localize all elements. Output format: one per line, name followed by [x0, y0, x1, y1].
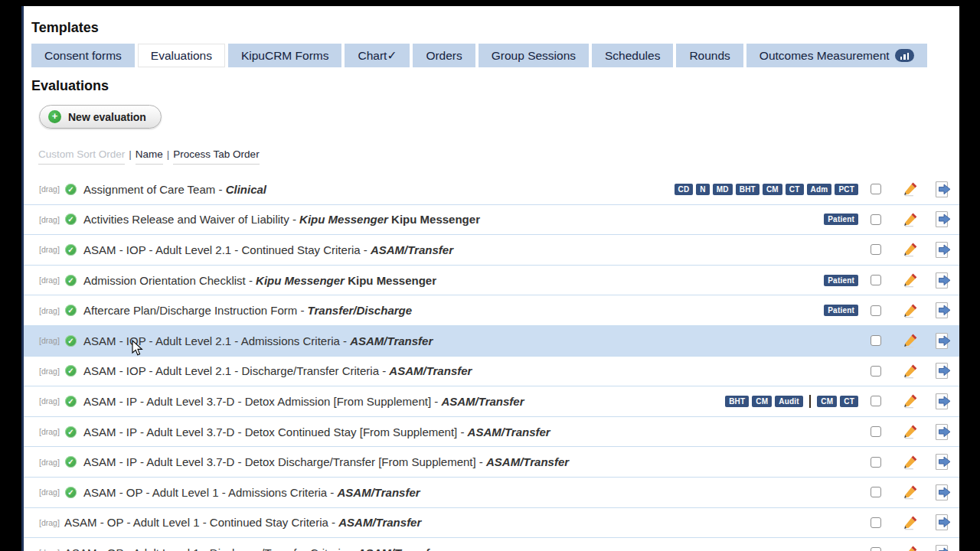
- edit-pencil-icon[interactable]: [903, 333, 918, 348]
- tab-label: Chart✓: [358, 48, 397, 63]
- role-badge: Audit: [775, 396, 803, 407]
- edit-pencil-icon[interactable]: [903, 242, 918, 257]
- drag-handle[interactable]: [drag]: [39, 245, 64, 254]
- select-checkbox[interactable]: [871, 305, 881, 316]
- copy-export-icon[interactable]: [935, 423, 952, 441]
- evaluation-title: ASAM - IP - Adult Level 3.7-D - Detox Co…: [83, 425, 550, 439]
- evaluation-row: [drag]ASAM - OP - Adult Level 1 - Contin…: [24, 508, 959, 539]
- edit-pencil-icon[interactable]: [903, 181, 918, 197]
- role-badge: MD: [713, 184, 733, 195]
- edit-pencil-icon[interactable]: [903, 515, 918, 530]
- role-badge: BHT: [725, 396, 749, 407]
- select-checkbox[interactable]: [871, 396, 881, 406]
- drag-handle[interactable]: [drag]: [39, 367, 64, 376]
- edit-pencil-icon[interactable]: [903, 424, 918, 439]
- drag-handle[interactable]: [drag]: [39, 518, 64, 527]
- role-badge: PCT: [835, 184, 858, 195]
- drag-handle[interactable]: [drag]: [39, 487, 64, 497]
- drag-handle[interactable]: [drag]: [39, 276, 64, 285]
- tab-rounds[interactable]: Rounds: [676, 44, 743, 67]
- sort-options: Custom Sort Order|Name|Process Tab Order: [38, 148, 959, 165]
- select-checkbox[interactable]: [871, 244, 881, 255]
- role-badge: CT: [786, 184, 804, 195]
- select-checkbox[interactable]: [871, 517, 881, 528]
- select-checkbox[interactable]: [871, 335, 881, 346]
- tab-kipucrm-forms[interactable]: KipuCRM Forms: [228, 44, 342, 67]
- select-checkbox[interactable]: [871, 547, 881, 551]
- tab-label: Evaluations: [151, 48, 212, 63]
- evaluation-row: [drag]✓Admission Orientation Checklist -…: [24, 266, 959, 296]
- copy-export-icon[interactable]: [935, 484, 952, 501]
- copy-export-icon[interactable]: [935, 181, 952, 198]
- evaluation-title: Activities Release and Waiver of Liabili…: [83, 213, 480, 226]
- copy-export-icon[interactable]: [935, 544, 952, 551]
- tab-group-sessions[interactable]: Group Sessions: [479, 44, 589, 67]
- drag-handle[interactable]: [drag]: [39, 306, 64, 315]
- role-badge: Adm: [807, 184, 832, 195]
- edit-pencil-icon[interactable]: [903, 364, 918, 379]
- bar-chart-icon: [895, 49, 915, 62]
- role-badge: BHT: [736, 184, 760, 195]
- green-check-icon: ✓: [65, 244, 77, 256]
- evaluation-row: [drag]✓Activities Release and Waiver of …: [24, 205, 959, 236]
- tab-outcomes-measurement[interactable]: Outcomes Measurement: [746, 44, 927, 67]
- select-checkbox[interactable]: [871, 366, 881, 377]
- sort-link-name[interactable]: Name: [136, 148, 163, 165]
- role-badge: CT: [840, 396, 858, 407]
- new-evaluation-label: New evaluation: [68, 111, 146, 123]
- drag-handle[interactable]: [drag]: [39, 458, 64, 467]
- copy-export-icon[interactable]: [935, 453, 952, 471]
- role-badge: Patient: [824, 305, 858, 316]
- edit-pencil-icon[interactable]: [903, 545, 918, 551]
- drag-handle[interactable]: [drag]: [39, 215, 64, 224]
- edit-pencil-icon[interactable]: [903, 212, 918, 227]
- evaluation-title: ASAM - IOP - Adult Level 2.1 - Admission…: [83, 334, 433, 347]
- tab-schedules[interactable]: Schedules: [592, 44, 673, 67]
- green-check-icon: ✓: [65, 487, 77, 498]
- tab-label: Rounds: [689, 48, 730, 63]
- evaluation-title: ASAM - IP - Adult Level 3.7-D - Detox Ad…: [83, 395, 524, 408]
- select-checkbox[interactable]: [871, 214, 881, 225]
- tab-label: Consent forms: [44, 48, 122, 63]
- drag-handle[interactable]: [drag]: [39, 548, 64, 551]
- tab-evaluations[interactable]: Evaluations: [138, 44, 225, 67]
- evaluation-title: ASAM - OP - Adult Level 1 - Admissions C…: [83, 486, 420, 499]
- select-checkbox[interactable]: [871, 275, 881, 285]
- copy-export-icon[interactable]: [935, 514, 952, 531]
- evaluation-title: ASAM - IOP - Adult Level 2.1 - Continued…: [83, 243, 453, 256]
- tab-consent-forms[interactable]: Consent forms: [31, 44, 135, 67]
- evaluation-row: [drag]✓ASAM - OP - Adult Level 1 - Admis…: [24, 478, 959, 508]
- evaluation-title: Admission Orientation Checklist - Kipu M…: [83, 274, 436, 287]
- evaluation-title: Aftercare Plan/Discharge Instruction For…: [83, 304, 412, 317]
- sort-link-process-tab-order[interactable]: Process Tab Order: [173, 148, 259, 165]
- new-evaluation-button[interactable]: + New evaluation: [39, 105, 162, 129]
- role-badge: N: [696, 184, 709, 195]
- copy-export-icon[interactable]: [935, 393, 952, 410]
- drag-handle[interactable]: [drag]: [39, 184, 64, 194]
- edit-pencil-icon[interactable]: [903, 484, 918, 500]
- sort-separator: |: [129, 148, 132, 160]
- copy-export-icon[interactable]: [935, 210, 952, 228]
- section-title: Evaluations: [31, 78, 959, 94]
- green-check-icon: ✓: [65, 335, 77, 347]
- drag-handle[interactable]: [drag]: [39, 427, 64, 436]
- copy-export-icon[interactable]: [935, 362, 952, 380]
- tab-orders[interactable]: Orders: [413, 44, 475, 67]
- copy-export-icon[interactable]: [935, 332, 952, 350]
- drag-handle[interactable]: [drag]: [39, 396, 64, 406]
- select-checkbox[interactable]: [871, 426, 881, 437]
- evaluation-title: ASAM - IP - Adult Level 3.7-D - Detox Di…: [83, 455, 569, 468]
- edit-pencil-icon[interactable]: [903, 393, 918, 409]
- tab-chart-[interactable]: Chart✓: [345, 44, 410, 67]
- copy-export-icon[interactable]: [935, 302, 952, 319]
- copy-export-icon[interactable]: [935, 241, 952, 259]
- edit-pencil-icon[interactable]: [903, 272, 918, 288]
- edit-pencil-icon[interactable]: [903, 455, 918, 470]
- select-checkbox[interactable]: [871, 487, 881, 497]
- drag-handle[interactable]: [drag]: [39, 336, 64, 345]
- copy-export-icon[interactable]: [935, 272, 952, 289]
- edit-pencil-icon[interactable]: [903, 303, 918, 318]
- select-checkbox[interactable]: [871, 457, 881, 468]
- select-checkbox[interactable]: [871, 184, 881, 194]
- role-badge: Patient: [824, 275, 858, 286]
